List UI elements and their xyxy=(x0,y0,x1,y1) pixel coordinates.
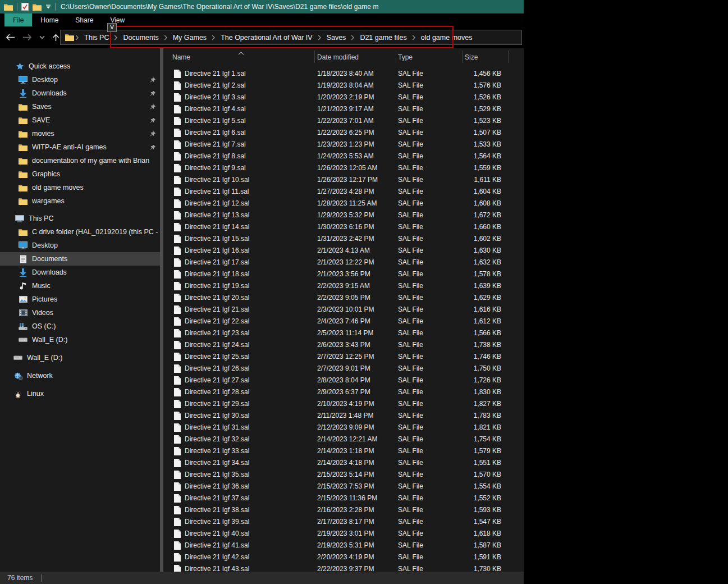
file-row[interactable]: Directive 21 Igf 6.sal1/22/2023 6:25 PMS… xyxy=(163,127,524,139)
tab-view[interactable]: View xyxy=(102,13,133,26)
sidebar-item-graphics[interactable]: Graphics xyxy=(0,167,160,181)
file-row[interactable]: Directive 21 Igf 5.sal1/22/2023 7:01 AMS… xyxy=(163,115,524,127)
folder-icon[interactable] xyxy=(33,3,42,11)
sidebar-item-music[interactable]: Music xyxy=(0,279,160,293)
file-row[interactable]: Directive 21 Igf 15.sal1/31/2023 2:42 PM… xyxy=(163,233,524,245)
sidebar-item-documents[interactable]: Documents xyxy=(0,252,160,266)
breadcrumb-chevron-icon[interactable] xyxy=(114,35,118,40)
sidebar-item-wargames[interactable]: wargames xyxy=(0,194,160,208)
sidebar-item-desktop[interactable]: Desktop xyxy=(0,73,160,86)
breadcrumb-chevron-icon[interactable] xyxy=(212,35,216,40)
file-row[interactable]: Directive 21 Igf 36.sal2/15/2023 7:53 PM… xyxy=(163,481,524,492)
file-row[interactable]: Directive 21 Igf 37.sal2/15/2023 11:36 P… xyxy=(163,492,524,504)
file-row[interactable]: Directive 21 Igf 14.sal1/30/2023 6:16 PM… xyxy=(163,221,524,233)
file-row[interactable]: Directive 21 Igf 16.sal2/1/2023 4:13 AMS… xyxy=(163,245,524,257)
column-header-size[interactable]: Size xyxy=(465,53,478,61)
sidebar-item-documentation-of-my-game-with-brian[interactable]: documentation of my game with Brian xyxy=(0,154,160,167)
file-row[interactable]: Directive 21 Igf 20.sal2/2/2023 9:05 PMS… xyxy=(163,292,524,304)
breadcrumb-chevron-icon[interactable] xyxy=(164,35,168,40)
file-row[interactable]: Directive 21 Igf 33.sal2/14/2023 1:18 PM… xyxy=(163,445,524,457)
file-row[interactable]: Directive 21 Igf 43.sal2/22/2023 9:37 PM… xyxy=(163,563,524,572)
breadcrumb-chevron-icon[interactable] xyxy=(75,35,79,40)
file-row[interactable]: Directive 21 Igf 1.sal1/18/2023 8:40 AMS… xyxy=(163,68,524,80)
column-divider[interactable] xyxy=(508,51,509,63)
sort-ascending-icon[interactable] xyxy=(238,49,244,57)
tab-share[interactable]: Share xyxy=(67,13,102,26)
file-row[interactable]: Directive 21 Igf 3.sal1/20/2023 2:19 PMS… xyxy=(163,92,524,103)
column-divider[interactable] xyxy=(396,51,396,63)
sidebar-item-old-game-moves[interactable]: old game moves xyxy=(0,181,160,194)
tab-home[interactable]: Home xyxy=(32,13,67,26)
title-bar[interactable]: C:\Users\Owner\Documents\My Games\The Op… xyxy=(0,0,524,13)
qat-dropdown-icon[interactable] xyxy=(45,4,51,10)
breadcrumb-item[interactable]: The Operational Art of War IV xyxy=(216,34,318,42)
recent-locations-chevron-icon[interactable] xyxy=(39,35,45,39)
forward-button[interactable] xyxy=(22,34,32,41)
file-row[interactable]: Directive 21 Igf 17.sal2/1/2023 12:22 PM… xyxy=(163,257,524,268)
breadcrumb-chevron-icon[interactable] xyxy=(412,35,416,40)
file-row[interactable]: Directive 21 Igf 35.sal2/15/2023 5:14 PM… xyxy=(163,469,524,481)
properties-check-icon[interactable] xyxy=(21,3,29,11)
file-row[interactable]: Directive 21 Igf 13.sal1/29/2023 5:32 PM… xyxy=(163,209,524,221)
column-header-name[interactable]: Name xyxy=(172,53,190,61)
file-row[interactable]: Directive 21 Igf 26.sal2/7/2023 9:01 PMS… xyxy=(163,363,524,375)
sidebar-item-videos[interactable]: Videos xyxy=(0,306,160,320)
breadcrumb-chevron-icon[interactable] xyxy=(318,35,322,40)
file-row[interactable]: Directive 21 Igf 31.sal2/12/2023 9:09 PM… xyxy=(163,422,524,434)
file-row[interactable]: Directive 21 Igf 30.sal2/11/2023 1:48 PM… xyxy=(163,410,524,422)
column-divider[interactable] xyxy=(462,51,463,63)
sidebar-item-pictures[interactable]: Pictures xyxy=(0,293,160,306)
file-row[interactable]: Directive 21 Igf 41.sal2/19/2023 5:31 PM… xyxy=(163,540,524,551)
sidebar-item-network[interactable]: Network xyxy=(0,367,160,385)
file-row[interactable]: Directive 21 Igf 23.sal2/5/2023 11:14 PM… xyxy=(163,327,524,339)
file-row[interactable]: Directive 21 Igf 29.sal2/10/2023 4:19 PM… xyxy=(163,398,524,410)
file-row[interactable]: Directive 21 Igf 18.sal2/1/2023 3:56 PMS… xyxy=(163,268,524,280)
file-row[interactable]: Directive 21 Igf 24.sal2/6/2023 3:43 PMS… xyxy=(163,339,524,351)
file-row[interactable]: Directive 21 Igf 32.sal2/14/2023 12:21 A… xyxy=(163,434,524,445)
file-row[interactable]: Directive 21 Igf 11.sal1/27/2023 4:28 PM… xyxy=(163,186,524,198)
sidebar-item-linux[interactable]: Linux xyxy=(0,385,160,403)
breadcrumb-item[interactable]: D21 game files xyxy=(355,34,411,42)
file-row[interactable]: Directive 21 Igf 22.sal2/4/2023 7:46 PMS… xyxy=(163,316,524,327)
file-row[interactable]: Directive 21 Igf 21.sal2/3/2023 10:01 PM… xyxy=(163,304,524,316)
tab-file[interactable]: File xyxy=(4,13,32,26)
file-row[interactable]: Directive 21 Igf 7.sal1/23/2023 1:23 PMS… xyxy=(163,139,524,150)
file-row[interactable]: Directive 21 Igf 25.sal2/7/2023 12:25 PM… xyxy=(163,351,524,363)
breadcrumb-item[interactable]: My Games xyxy=(168,34,212,42)
file-row[interactable]: Directive 21 Igf 27.sal2/8/2023 8:04 PMS… xyxy=(163,375,524,386)
up-button[interactable] xyxy=(52,34,59,42)
file-row[interactable]: Directive 21 Igf 42.sal2/20/2023 4:19 PM… xyxy=(163,551,524,563)
sidebar-item-desktop[interactable]: Desktop xyxy=(0,239,160,252)
breadcrumb-chevron-icon[interactable] xyxy=(351,35,355,40)
column-header-type[interactable]: Type xyxy=(398,53,413,61)
column-header-date-modified[interactable]: Date modified xyxy=(317,53,359,61)
file-row[interactable]: Directive 21 Igf 19.sal2/2/2023 9:15 AMS… xyxy=(163,280,524,292)
file-row[interactable]: Directive 21 Igf 40.sal2/19/2023 3:01 PM… xyxy=(163,528,524,540)
sidebar-item-saves[interactable]: Saves xyxy=(0,100,160,113)
back-button[interactable] xyxy=(6,34,15,41)
column-divider[interactable] xyxy=(314,51,315,63)
file-row[interactable]: Directive 21 Igf 12.sal1/28/2023 11:25 A… xyxy=(163,198,524,209)
sidebar-item-wall-e-d[interactable]: Wall_E (D:) xyxy=(0,349,160,367)
sidebar-item-movies[interactable]: movies xyxy=(0,127,160,140)
file-row[interactable]: Directive 21 Igf 39.sal2/17/2023 8:17 PM… xyxy=(163,516,524,528)
breadcrumb-item[interactable]: old game moves xyxy=(416,34,478,42)
sidebar-section-this-pc[interactable]: This PC xyxy=(0,212,160,225)
address-bar[interactable]: This PCDocumentsMy GamesThe Operational … xyxy=(60,30,522,45)
breadcrumb-item[interactable]: Documents xyxy=(118,34,163,42)
breadcrumb-item[interactable]: Saves xyxy=(322,34,351,42)
file-row[interactable]: Directive 21 Igf 4.sal1/21/2023 9:17 AMS… xyxy=(163,103,524,115)
sidebar-item-downloads[interactable]: Downloads xyxy=(0,266,160,279)
sidebar-item-c-drive-folder-hal-02192019-this-pc-last[interactable]: C drive folder (HAL_02192019 (this PC - … xyxy=(0,225,160,239)
file-row[interactable]: Directive 21 Igf 28.sal2/9/2023 6:37 PMS… xyxy=(163,386,524,398)
file-row[interactable]: Directive 21 Igf 10.sal1/26/2023 12:17 P… xyxy=(163,174,524,186)
file-row[interactable]: Directive 21 Igf 38.sal2/16/2023 2:28 PM… xyxy=(163,504,524,516)
sidebar-item-os-c[interactable]: OS (C:) xyxy=(0,320,160,333)
sidebar-section-quick-access[interactable]: Quick access xyxy=(0,60,160,73)
sidebar-item-save[interactable]: SAVE xyxy=(0,113,160,127)
file-row[interactable]: Directive 21 Igf 34.sal2/14/2023 4:18 PM… xyxy=(163,457,524,469)
sidebar-item-witp-ae-anti-ai-games[interactable]: WITP-AE anti-AI games xyxy=(0,140,160,154)
breadcrumb-item[interactable]: This PC xyxy=(79,34,114,42)
file-row[interactable]: Directive 21 Igf 2.sal1/19/2023 8:04 AMS… xyxy=(163,80,524,92)
sidebar-item-downloads[interactable]: Downloads xyxy=(0,86,160,100)
